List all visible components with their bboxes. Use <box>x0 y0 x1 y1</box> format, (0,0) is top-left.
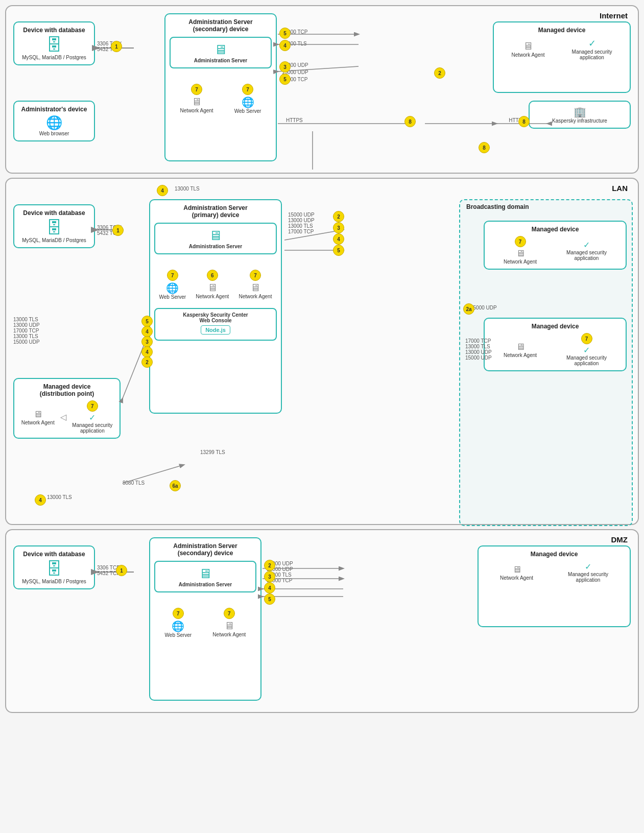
badge-3-internet: 3 <box>279 61 291 73</box>
agent-icon-distrib: 🖥 <box>33 409 42 420</box>
managed-device-bc2-box: Managed device 🖥 Network Agent 7 ✓ Manag… <box>484 318 627 371</box>
agent-label-dmz-m: Network Agent <box>500 575 533 581</box>
badge-2-lan-r: 2 <box>333 211 344 222</box>
kaspersky-icon: 🏢 <box>534 106 626 118</box>
managed-device-bc1-box: Managed device 7 🖥 Network Agent ✓ Manag… <box>484 221 627 270</box>
db-secondary-title: Device with database <box>18 27 90 34</box>
agent-icon-internet: 🖥 <box>192 96 202 108</box>
agent-icon-lan2: 🖥 <box>250 282 260 294</box>
badge-7-bc1: 7 <box>515 236 526 247</box>
admin-server-inner-lan: 🖥 Administration Server <box>154 223 277 254</box>
port-13000tls-lan-top: 13000 TLS <box>175 186 200 192</box>
broadcast-domain-box: Broadcasting domain Managed device 7 🖥 N… <box>459 199 633 526</box>
badge-2-internet: 2 <box>434 67 445 79</box>
badge-7-internet-agent: 7 <box>191 84 202 95</box>
managed-device-internet-box: Managed device 🖥 Network Agent ✓ Managed… <box>493 21 631 93</box>
managed-app-label-internet: Managed securityapplication <box>572 49 612 60</box>
ksc-title: Kaspersky Security CenterWeb Console <box>158 312 273 323</box>
ports-primary-right: 15000 UDP13000 UDP13000 TLS17000 TCP <box>288 212 315 234</box>
admin-server-inner-dmz: 🖥 Administration Server <box>154 561 256 592</box>
agent-icon-dmz-m: 🖥 <box>512 564 521 575</box>
kaspersky-infra-box: 🏢 Kaspersky infrastructure <box>529 101 631 129</box>
internet-zone: Internet Device with database 🗄 MySQL, M… <box>5 5 639 174</box>
internet-bottom-agents: 7 🖥 Network Agent 7 🌐 Web Server <box>170 84 272 114</box>
admin-secondary-internet-title: Administration Server(secondary) device <box>170 18 272 33</box>
kaspersky-label: Kaspersky infrastructure <box>534 118 626 124</box>
db-secondary-box: Device with database 🗄 MySQL, MariaDB / … <box>13 21 95 65</box>
lan-zone: LAN 13000 TLS 4 Device with database 🗄 M… <box>5 178 639 525</box>
badge-3-dmz: 3 <box>264 571 275 582</box>
agent-label-managed-internet: Network Agent <box>512 52 545 58</box>
badge-7-dmz-web: 7 <box>173 608 184 619</box>
db-dmz-icon: 🗄 <box>18 560 90 579</box>
badge-4b-distrib: 4 <box>141 346 153 358</box>
dmz-zone-label: DMZ <box>611 535 628 544</box>
full-diagram: Internet Device with database 🗄 MySQL, M… <box>5 5 639 713</box>
db-secondary-icon: 🗄 <box>18 36 90 55</box>
agent-dmz: 🖥 Network Agent <box>500 564 533 581</box>
db-primary-box: Device with database 🗄 MySQL, MariaDB / … <box>13 204 95 248</box>
admin-server-icon-lan: 🖥 <box>159 228 272 244</box>
db-dmz-title: Device with database <box>18 551 90 558</box>
admin-primary-lan-box: Administration Server(primary) device 🖥 … <box>149 199 282 414</box>
network-agent-managed-internet: 🖥 Network Agent <box>512 40 545 58</box>
badge-5-lan-r: 5 <box>333 245 344 256</box>
badge-5-distrib: 5 <box>141 316 153 327</box>
managed-bc1-title: Managed device <box>489 226 622 233</box>
badge-8a-internet: 8 <box>404 116 416 127</box>
shield-dmz: ✓ <box>585 562 591 572</box>
admin-secondary-internet-box: Administration Server(secondary) device … <box>164 13 277 161</box>
webserver-label-dmz: Web Server <box>165 632 192 638</box>
managed-device-internet-inner: 🖥 Network Agent ✓ Managed securityapplic… <box>498 38 626 60</box>
db-secondary-subtitle: MySQL, MariaDB / Postgres <box>18 55 90 60</box>
managed-device-dmz-title: Managed device <box>483 551 626 558</box>
admin-server-icon-internet: 🖥 <box>175 42 267 58</box>
shield-bc1: ✓ <box>583 240 590 250</box>
port-8080-lan: 8080 TLS <box>123 480 145 486</box>
admin-device-title: Administrator's device <box>18 106 90 113</box>
badge-7-lan-agent: 7 <box>250 270 261 281</box>
app-label-bc1: Managed securityapplication <box>566 250 607 261</box>
agent-icon-lan: 🖥 <box>207 282 218 294</box>
db-dmz-box: Device with database 🗄 MySQL, MariaDB / … <box>13 545 95 589</box>
nodejs-badge: Node.js <box>201 325 230 335</box>
agent-label-lan: Network Agent <box>196 294 229 299</box>
badge-8c-internet: 8 <box>479 142 490 153</box>
badge-4-internet: 4 <box>279 40 291 51</box>
browser-icon: 🌐 <box>18 115 90 131</box>
managed-distrib-box: Managed device(distribution point) 🖥 Net… <box>13 378 121 439</box>
webserver-icon-dmz: 🌐 <box>172 620 184 632</box>
app-distrib: 7 ✓ Managed securityapplication <box>72 400 112 434</box>
webserver-label-internet: Web Server <box>234 108 261 114</box>
network-agent-lan: 6 🖥 Network Agent <box>196 270 229 300</box>
badge-4-dmz: 4 <box>264 582 275 593</box>
badge-6a-lan: 6a <box>170 480 181 491</box>
webserver-icon-internet: 🌐 <box>242 96 254 108</box>
badge-7-distrib: 7 <box>87 400 98 412</box>
web-server-lan: 7 🌐 Web Server <box>159 270 186 300</box>
ksc-webconsole-box: Kaspersky Security CenterWeb Console Nod… <box>154 308 277 341</box>
main-container: Internet Device with database 🗄 MySQL, M… <box>0 0 644 723</box>
badge-1-lan: 1 <box>112 225 124 236</box>
ports-distrib-left: 13000 TLS13000 UDP17000 TCP13000 TLS1500… <box>13 317 40 345</box>
db-dmz-subtitle: MySQL, MariaDB / Postgres <box>18 579 90 584</box>
agent-icon-bc2: 🖥 <box>516 342 525 352</box>
badge-4-lan-top: 4 <box>157 185 168 196</box>
managed-bc2-inner: 🖥 Network Agent 7 ✓ Managed securityappl… <box>489 333 622 366</box>
agent-label-bc2: Network Agent <box>504 352 537 358</box>
badge-7-lan-web: 7 <box>167 270 178 281</box>
admin-server-label-internet: Administration Server <box>175 58 267 63</box>
lan-bottom-agents: 7 🌐 Web Server 6 🖥 Network Agent 7 🖥 Net… <box>154 270 277 300</box>
agent-icon-bc1: 🖥 <box>516 248 525 259</box>
agent-bc2: 🖥 Network Agent <box>504 342 537 358</box>
db-primary-subtitle: MySQL, MariaDB / Postgres <box>18 237 90 243</box>
port-https-kaspersky: HTTPS <box>286 117 303 123</box>
managed-bc1-inner: 7 🖥 Network Agent ✓ Managed securityappl… <box>489 236 622 265</box>
dmz-zone: DMZ Device with database 🗄 MySQL, MariaD… <box>5 529 639 713</box>
badge-8b-internet: 8 <box>518 116 530 127</box>
admin-device-box: Administrator's device 🌐 Web browser <box>13 101 95 141</box>
badge-1-dmz: 1 <box>116 565 127 576</box>
admin-server-icon-dmz: 🖥 <box>159 566 251 582</box>
webserver-label-lan: Web Server <box>159 294 186 300</box>
network-agent-dmz: 7 🖥 Network Agent <box>212 608 246 638</box>
